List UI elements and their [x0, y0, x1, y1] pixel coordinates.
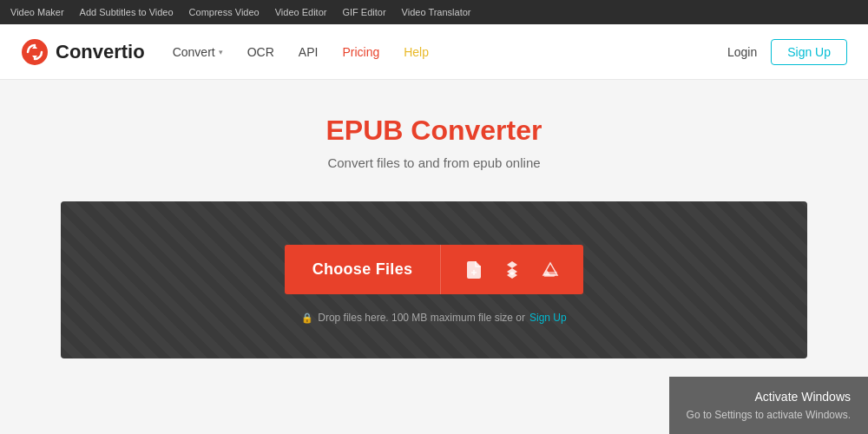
google-drive-icon	[540, 260, 561, 280]
choose-files-button[interactable]: Choose Files	[285, 245, 441, 294]
drop-info: 🔒 Drop files here. 100 MB maximum file s…	[78, 312, 790, 324]
page-subtitle: Convert files to and from epub online	[0, 155, 868, 170]
topbar-add-subtitles[interactable]: Add Subtitles to Video	[80, 7, 174, 17]
file-browse-icon-button[interactable]	[455, 260, 493, 280]
drop-info-signup-link[interactable]: Sign Up	[529, 312, 567, 324]
win-activate-overlay: Activate Windows Go to Settings to activ…	[669, 377, 868, 434]
main-content: EPUB Converter Convert files to and from…	[0, 80, 868, 358]
google-drive-icon-button[interactable]	[531, 260, 569, 280]
dropbox-icon-button[interactable]	[493, 260, 531, 280]
nav-right: Login Sign Up	[727, 39, 847, 65]
nav-ocr[interactable]: OCR	[247, 45, 274, 59]
nav-convert[interactable]: Convert ▾	[173, 45, 223, 59]
chevron-down-icon: ▾	[219, 48, 223, 56]
login-button[interactable]: Login	[727, 45, 757, 59]
win-activate-subtitle: Go to Settings to activate Windows.	[687, 407, 851, 424]
drop-info-text: Drop files here. 100 MB maximum file siz…	[318, 312, 525, 324]
signup-button[interactable]: Sign Up	[771, 39, 847, 65]
topbar-compress-video[interactable]: Compress Video	[189, 7, 260, 17]
logo-text: Convertio	[56, 41, 145, 63]
win-activate-title: Activate Windows	[687, 387, 851, 406]
dropbox-icon	[502, 260, 523, 280]
nav-help[interactable]: Help	[404, 45, 429, 59]
file-browse-icon	[464, 260, 484, 280]
navbar: Convertio Convert ▾ OCR API Pricing Help…	[0, 24, 868, 80]
nav-pricing[interactable]: Pricing	[342, 45, 379, 59]
top-bar: Video Maker Add Subtitles to Video Compr…	[0, 0, 868, 24]
logo[interactable]: Convertio	[21, 38, 145, 66]
topbar-gif-editor[interactable]: GIF Editor	[342, 7, 385, 17]
topbar-video-editor[interactable]: Video Editor	[275, 7, 327, 17]
topbar-video-translator[interactable]: Video Translator	[402, 7, 471, 17]
nav-links: Convert ▾ OCR API Pricing Help	[173, 45, 727, 59]
svg-point-0	[22, 39, 48, 65]
lock-icon: 🔒	[301, 312, 313, 324]
cloud-icons-area	[440, 245, 583, 294]
topbar-video-maker[interactable]: Video Maker	[10, 7, 64, 17]
logo-icon	[21, 38, 49, 66]
choose-files-area: Choose Files	[78, 245, 790, 294]
drop-zone: Choose Files	[61, 201, 807, 358]
nav-api[interactable]: API	[299, 45, 319, 59]
page-title: EPUB Converter	[0, 115, 868, 147]
